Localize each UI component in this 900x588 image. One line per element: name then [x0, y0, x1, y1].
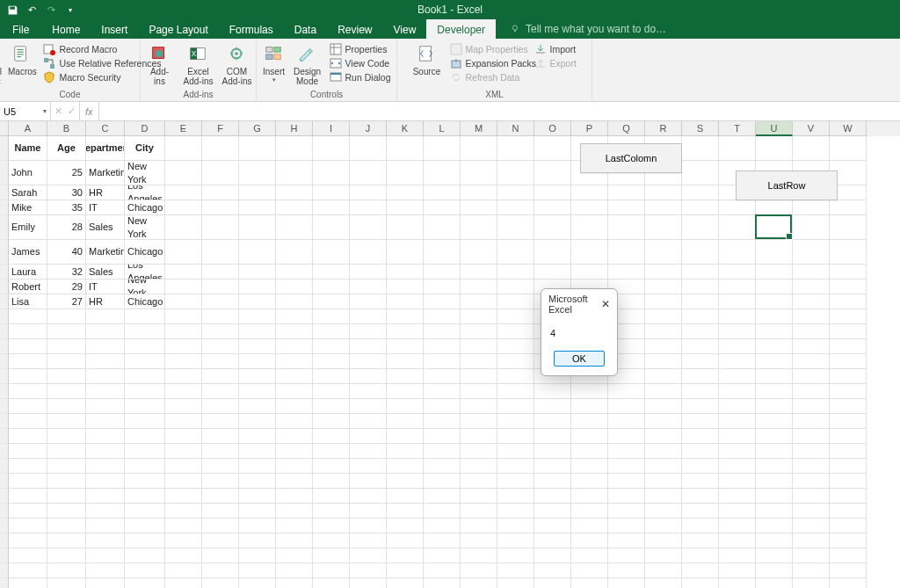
cell[interactable] [202, 185, 239, 200]
cell[interactable] [202, 489, 239, 504]
cell[interactable] [424, 548, 461, 563]
cell[interactable]: City [125, 136, 165, 161]
cell[interactable] [9, 369, 47, 384]
cell[interactable] [682, 339, 719, 354]
cell[interactable] [793, 240, 830, 265]
cell[interactable] [793, 548, 830, 563]
cell[interactable] [313, 384, 350, 399]
cell[interactable] [830, 215, 867, 240]
cell[interactable] [165, 534, 202, 548]
cell[interactable] [350, 369, 387, 384]
cell[interactable] [497, 578, 534, 588]
qat-customize-icon[interactable]: ▾ [62, 1, 79, 18]
cell[interactable] [682, 215, 719, 240]
cell[interactable] [682, 161, 719, 185]
col-header-I[interactable]: I [313, 121, 350, 136]
cell[interactable] [645, 279, 682, 294]
cell[interactable] [756, 414, 793, 429]
cell[interactable] [461, 200, 497, 215]
cell[interactable] [497, 474, 534, 489]
row-header[interactable] [0, 265, 9, 279]
cell[interactable] [47, 563, 86, 578]
cell[interactable] [608, 384, 645, 399]
cell[interactable] [202, 384, 239, 399]
cell[interactable] [793, 474, 830, 489]
cell[interactable] [239, 294, 276, 309]
cell[interactable] [313, 504, 350, 519]
cell[interactable] [719, 459, 756, 474]
cell[interactable] [719, 534, 756, 548]
cell[interactable] [497, 354, 534, 369]
cell[interactable] [534, 384, 571, 399]
cell[interactable] [387, 161, 424, 185]
view-code-button[interactable]: View Code [326, 56, 395, 70]
cell[interactable] [313, 136, 350, 161]
cell[interactable] [387, 384, 424, 399]
cell[interactable] [571, 414, 608, 429]
cell[interactable] [682, 414, 719, 429]
col-header-E[interactable]: E [165, 121, 202, 136]
cell[interactable] [424, 429, 461, 444]
cell[interactable] [202, 279, 239, 294]
cell[interactable] [9, 354, 47, 369]
cell[interactable] [387, 444, 424, 459]
row-header[interactable] [0, 429, 9, 444]
cell[interactable] [424, 444, 461, 459]
cell[interactable] [461, 185, 497, 200]
cell[interactable] [165, 548, 202, 563]
cell[interactable] [645, 489, 682, 504]
cell[interactable]: Department [86, 136, 125, 161]
cell[interactable] [313, 185, 350, 200]
row-header[interactable] [0, 161, 9, 185]
cell[interactable] [165, 354, 202, 369]
cell[interactable] [350, 429, 387, 444]
cell[interactable] [313, 399, 350, 414]
cell[interactable] [461, 339, 497, 354]
cell[interactable] [571, 534, 608, 548]
cell[interactable] [239, 414, 276, 429]
cell[interactable] [165, 200, 202, 215]
cell[interactable] [756, 354, 793, 369]
cell[interactable] [830, 294, 867, 309]
cell[interactable] [165, 369, 202, 384]
cell[interactable] [125, 324, 165, 339]
cell[interactable] [682, 429, 719, 444]
cell[interactable] [461, 504, 497, 519]
cell[interactable] [165, 519, 202, 534]
cell[interactable] [571, 200, 608, 215]
cell[interactable] [682, 384, 719, 399]
cell[interactable] [534, 161, 571, 185]
cell[interactable] [793, 309, 830, 324]
cell[interactable] [830, 265, 867, 279]
cell[interactable] [165, 185, 202, 200]
cell[interactable] [276, 200, 313, 215]
cell[interactable] [424, 563, 461, 578]
row-header[interactable] [0, 384, 9, 399]
cell[interactable] [276, 444, 313, 459]
cell[interactable] [793, 489, 830, 504]
cell[interactable] [276, 324, 313, 339]
cell[interactable] [830, 519, 867, 534]
last-column-button[interactable]: LastColomn [580, 143, 682, 173]
cell[interactable] [756, 504, 793, 519]
cell[interactable] [350, 414, 387, 429]
cell[interactable] [830, 200, 867, 215]
cell[interactable] [608, 399, 645, 414]
cell[interactable] [497, 324, 534, 339]
cell[interactable] [276, 519, 313, 534]
cell[interactable] [86, 339, 125, 354]
cell[interactable] [645, 294, 682, 309]
cell[interactable] [276, 548, 313, 563]
row-header[interactable] [0, 240, 9, 265]
cell[interactable] [534, 548, 571, 563]
row-header[interactable] [0, 444, 9, 459]
cell[interactable] [461, 354, 497, 369]
cell[interactable] [387, 489, 424, 504]
cell[interactable] [202, 324, 239, 339]
cell[interactable] [276, 474, 313, 489]
cell[interactable] [756, 489, 793, 504]
cell[interactable] [387, 414, 424, 429]
cell[interactable] [756, 474, 793, 489]
cell[interactable] [645, 444, 682, 459]
cell[interactable] [461, 399, 497, 414]
